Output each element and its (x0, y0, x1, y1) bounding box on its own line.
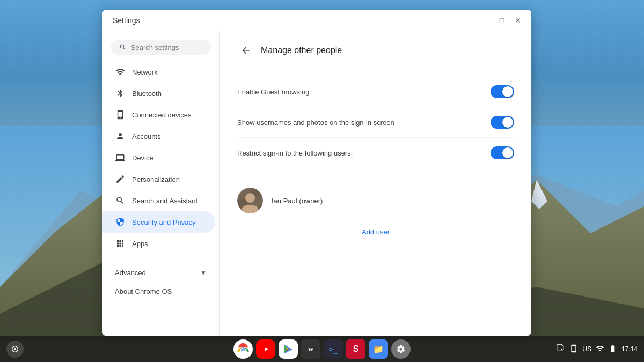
shield-icon (115, 217, 126, 227)
taskbar-left (6, 341, 28, 358)
page-title: Manage other people (261, 46, 342, 55)
sidebar-item-personalization-label: Personalization (132, 175, 180, 183)
sidebar-item-accounts[interactable]: Accounts (102, 125, 215, 147)
restrict-signin-label: Restrict sign-in to the following users: (237, 149, 353, 157)
youtube-icon (260, 345, 271, 353)
sidebar-item-apps-label: Apps (132, 240, 148, 248)
chevron-down-icon: ▼ (200, 269, 207, 277)
window-title: Settings (113, 16, 140, 25)
sidebar-item-security-privacy[interactable]: Security and Privacy (102, 211, 215, 233)
launcher-button[interactable] (6, 341, 24, 358)
minimize-button[interactable]: — (481, 16, 491, 25)
settings-window: Settings — □ ✕ (102, 10, 531, 336)
sidebar-item-personalization[interactable]: Personalization (102, 168, 215, 190)
search-wrapper[interactable] (111, 40, 211, 55)
taskbar-tray: US 17:14 (557, 344, 638, 354)
terminal-label: >_ (329, 345, 338, 353)
sidebar: Network Bluetooth Connected devices (102, 31, 220, 336)
toggle-knob-2 (502, 117, 513, 128)
restrict-signin-toggle[interactable] (491, 146, 514, 159)
show-usernames-label: Show usernames and photos on the sign-in… (237, 119, 394, 127)
sidebar-separator (102, 261, 219, 261)
taskbar: W >_ S 📁 (0, 336, 644, 362)
add-user-button[interactable]: Add user (237, 220, 514, 243)
sidebar-item-network-label: Network (132, 68, 158, 76)
screenshot-icon[interactable] (557, 344, 565, 354)
taskbar-app-settings[interactable] (391, 339, 411, 359)
close-button[interactable]: ✕ (513, 16, 523, 25)
wifi-tray-icon[interactable] (596, 344, 604, 354)
main-content: Manage other people Enable Guest browsin… (220, 31, 531, 336)
locale-label: US (582, 345, 591, 353)
sidebar-item-bluetooth-label: Bluetooth (132, 90, 162, 98)
user-avatar (237, 188, 263, 213)
sidebar-item-device-label: Device (132, 154, 153, 162)
taskbar-app-youtube[interactable] (256, 339, 275, 359)
sidebar-item-about[interactable]: About Chrome OS (102, 282, 215, 301)
settings-section: Enable Guest browsing Show usernames and… (220, 68, 531, 177)
clock: 17:14 (621, 345, 638, 353)
sidebar-item-connected-devices-label: Connected devices (132, 111, 192, 119)
launcher-icon (11, 345, 19, 353)
search-input[interactable] (131, 43, 202, 51)
toggle-knob (502, 86, 513, 97)
back-arrow-icon (240, 45, 251, 56)
sidebar-advanced[interactable]: Advanced ▼ (102, 263, 215, 282)
sidebar-item-security-privacy-label: Security and Privacy (132, 218, 196, 226)
window-body: Network Bluetooth Connected devices (102, 31, 531, 336)
sidebar-item-apps[interactable]: Apps (102, 233, 215, 254)
laptop-icon (115, 152, 126, 163)
chrome-icon (237, 343, 249, 355)
search-assistant-icon (115, 195, 126, 206)
users-section: Ian Paul (owner) Add user (220, 177, 531, 248)
play-icon (283, 343, 294, 355)
window-controls: — □ ✕ (481, 16, 523, 25)
battery-icon (609, 344, 617, 354)
back-button[interactable] (237, 42, 254, 59)
guest-browsing-toggle[interactable] (491, 85, 514, 98)
pencil-icon (115, 174, 126, 184)
advanced-label: Advanced (115, 269, 146, 277)
apps-icon (115, 238, 126, 249)
person-icon (115, 131, 126, 142)
page-header: Manage other people (220, 31, 531, 68)
toggle-knob-3 (502, 147, 513, 158)
taskbar-app-chrome[interactable] (233, 339, 253, 359)
sidebar-item-network[interactable]: Network (102, 61, 215, 83)
window-titlebar: Settings — □ ✕ (102, 10, 531, 31)
guest-browsing-label: Enable Guest browsing (237, 88, 309, 96)
svg-point-12 (242, 348, 244, 350)
user-row: Ian Paul (owner) (237, 181, 514, 220)
sheets-label: S (353, 344, 359, 354)
taskbar-app-wsj[interactable]: W (301, 339, 320, 359)
maximize-button[interactable]: □ (497, 16, 507, 25)
setting-row-restrict-signin: Restrict sign-in to the following users: (237, 138, 514, 168)
setting-row-guest-browsing: Enable Guest browsing (237, 77, 514, 107)
taskbar-app-files[interactable]: 📁 (369, 339, 388, 359)
bluetooth-icon (115, 88, 126, 99)
tablet-icon (115, 109, 126, 120)
taskbar-app-terminal[interactable]: >_ (324, 339, 343, 359)
show-usernames-toggle[interactable] (491, 116, 514, 129)
wifi-icon (115, 67, 126, 77)
sidebar-item-accounts-label: Accounts (132, 132, 160, 141)
sidebar-item-device[interactable]: Device (102, 147, 215, 168)
settings-gear-icon (396, 344, 406, 354)
about-label: About Chrome OS (115, 287, 172, 295)
taskbar-app-play[interactable] (279, 339, 298, 359)
files-label: 📁 (373, 344, 384, 354)
taskbar-apps: W >_ S 📁 (233, 339, 411, 359)
search-icon (119, 43, 127, 51)
avatar-face (237, 188, 263, 213)
sidebar-item-bluetooth[interactable]: Bluetooth (102, 83, 215, 104)
svg-point-9 (14, 348, 16, 350)
sidebar-item-search-assistant[interactable]: Search and Assistant (102, 190, 215, 211)
add-user-label: Add user (362, 228, 390, 236)
taskbar-app-sheets[interactable]: S (346, 339, 365, 359)
user-name: Ian Paul (owner) (272, 197, 323, 205)
setting-row-show-usernames: Show usernames and photos on the sign-in… (237, 107, 514, 138)
phone-icon[interactable] (569, 344, 578, 354)
sidebar-item-search-assistant-label: Search and Assistant (132, 197, 197, 205)
sidebar-item-connected-devices[interactable]: Connected devices (102, 104, 215, 125)
wsj-label: W (308, 346, 314, 352)
